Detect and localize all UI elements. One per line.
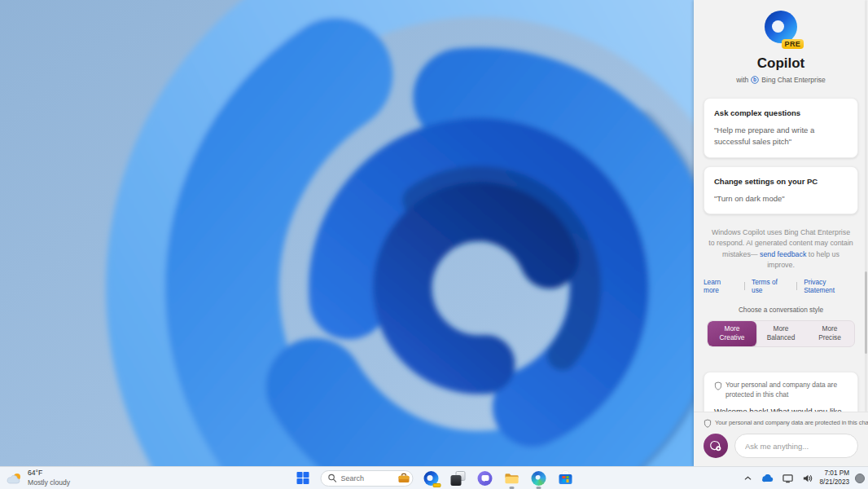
learn-more-link[interactable]: Learn more: [704, 278, 738, 294]
network-button[interactable]: [781, 472, 795, 485]
speaker-icon: [802, 474, 813, 483]
terms-of-use-link[interactable]: Terms of use: [752, 278, 790, 294]
search-highlight-icon[interactable]: [398, 473, 410, 483]
subtitle-brand: Bing Chat Enterprise: [761, 76, 825, 84]
welcome-message: Welcome back! What would you like to cha…: [714, 406, 848, 412]
privacy-note-footer: Your personal and company data are prote…: [704, 419, 858, 428]
windows-desktop: PRE Copilot with b Bing Chat Enterprise …: [0, 0, 868, 489]
store-icon: [559, 471, 573, 486]
running-indicator: [537, 487, 541, 489]
suggestion-card-complex-questions[interactable]: Ask complex questions "Help me prepare a…: [704, 98, 858, 158]
copilot-input-area: Your personal and company data are prote…: [694, 412, 868, 466]
copilot-icon: [424, 471, 439, 486]
taskbar: 64°F Mostly cloudy: [0, 466, 868, 489]
new-chat-icon: [709, 439, 722, 452]
shield-icon: [704, 419, 712, 428]
privacy-note-text: Your personal and company data are prote…: [715, 419, 868, 428]
folder-icon: [504, 472, 519, 485]
clock[interactable]: 7:01 PM 8/21/2023: [820, 469, 849, 487]
privacy-note-text: Your personal and company data are prote…: [726, 381, 848, 400]
privacy-statement-link[interactable]: Privacy Statement: [804, 278, 858, 294]
condition: Mostly cloudy: [28, 478, 70, 487]
scrollbar-thumb[interactable]: [865, 271, 867, 354]
start-button[interactable]: [294, 469, 312, 487]
time: 7:01 PM: [820, 469, 849, 478]
onedrive-cloud-icon: [761, 474, 774, 482]
link-divider: [796, 282, 797, 290]
chevron-up-icon: [744, 476, 752, 481]
microsoft-store-button[interactable]: [557, 469, 575, 487]
bing-icon: b: [751, 76, 759, 84]
page-title: Copilot: [704, 55, 858, 72]
suggestion-card-change-settings[interactable]: Change settings on your PC "Turn on dark…: [704, 166, 858, 215]
new-topic-button[interactable]: [704, 434, 728, 458]
file-explorer-button[interactable]: [503, 469, 521, 487]
conversation-style-label: Choose a conversation style: [704, 306, 858, 314]
copilot-sidebar: PRE Copilot with b Bing Chat Enterprise …: [694, 0, 868, 466]
sidebar-scrollbar[interactable]: [865, 0, 867, 412]
style-option-precise[interactable]: More Precise: [805, 321, 854, 346]
link-divider: [744, 282, 745, 290]
copilot-logo: PRE: [763, 11, 799, 46]
edge-icon: [532, 471, 546, 486]
style-option-balanced[interactable]: More Balanced: [756, 321, 805, 346]
tray-overflow-button[interactable]: [743, 474, 753, 482]
chat-button[interactable]: [476, 469, 494, 487]
task-view-icon: [451, 471, 466, 486]
conversation-style-picker: More Creative More Balanced More Precise: [707, 320, 855, 347]
running-indicator: [510, 487, 515, 489]
date: 8/21/2023: [820, 478, 849, 487]
copilot-content: PRE Copilot with b Bing Chat Enterprise …: [694, 0, 868, 412]
taskbar-search[interactable]: [321, 470, 414, 487]
suggestion-title: Ask complex questions: [714, 108, 848, 117]
pre-mini-badge: [433, 483, 441, 487]
welcome-message-card: Your personal and company data are prote…: [704, 372, 858, 412]
footer-links: Learn more Terms of use Privacy Statemen…: [704, 278, 858, 294]
volume-button[interactable]: [800, 472, 814, 485]
windows-logo-icon: [296, 472, 309, 484]
search-input[interactable]: [341, 474, 394, 482]
network-icon: [783, 474, 793, 483]
shield-icon: [714, 381, 722, 390]
pre-badge: PRE: [782, 39, 804, 49]
onedrive-button[interactable]: [759, 473, 775, 484]
ask-me-anything-input[interactable]: [734, 434, 858, 458]
weather-widget[interactable]: 64°F Mostly cloudy: [7, 467, 70, 489]
partly-cloudy-icon: [7, 472, 23, 485]
suggestion-body: "Turn on dark mode": [714, 193, 848, 205]
notification-center-button[interactable]: [855, 474, 865, 483]
edge-button[interactable]: [530, 469, 548, 487]
taskbar-center: [294, 467, 575, 489]
chat-icon: [478, 471, 493, 486]
suggestion-title: Change settings on your PC: [714, 177, 848, 186]
system-tray: 7:01 PM 8/21/2023: [743, 467, 865, 489]
svg-text:b: b: [753, 77, 756, 82]
task-view-button[interactable]: [449, 469, 467, 487]
search-icon: [328, 474, 337, 482]
weather-text: 64°F Mostly cloudy: [28, 469, 70, 487]
suggestion-body: "Help me prepare and write a successful …: [714, 125, 848, 148]
taskbar-copilot-button[interactable]: [423, 469, 441, 487]
chat-input-row: [704, 434, 858, 458]
subtitle-prefix: with: [736, 76, 748, 84]
style-option-creative[interactable]: More Creative: [708, 321, 756, 346]
ai-disclaimer: Windows Copilot uses Bing Chat Enterpris…: [708, 227, 853, 271]
temperature: 64°F: [28, 469, 70, 478]
send-feedback-link[interactable]: send feedback: [760, 250, 806, 258]
copilot-swirl-icon: [765, 11, 797, 43]
copilot-subtitle: with b Bing Chat Enterprise: [704, 76, 858, 84]
privacy-note: Your personal and company data are prote…: [714, 381, 848, 400]
